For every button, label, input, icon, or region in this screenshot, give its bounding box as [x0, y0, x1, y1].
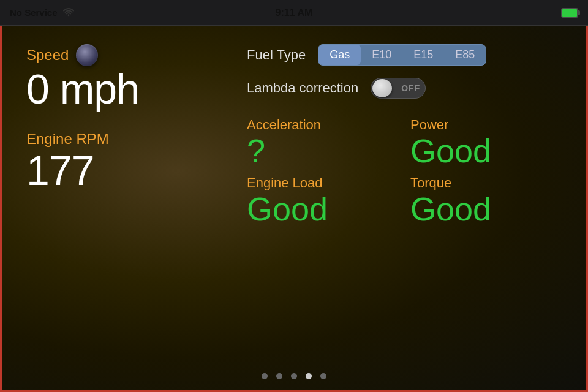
page-dots: [262, 373, 326, 379]
page-dot-1[interactable]: [262, 373, 268, 379]
fuel-type-selector: Gas E10 E15 E85: [318, 44, 486, 66]
power-label: Power: [410, 117, 562, 133]
left-panel: Speed 0 mph Engine RPM 177: [26, 44, 235, 353]
main-content: Speed 0 mph Engine RPM 177 Fuel Type Gas…: [2, 26, 586, 390]
fuel-type-label: Fuel Type: [247, 47, 306, 63]
toggle-knob: [372, 79, 392, 97]
fuel-btn-gas[interactable]: Gas: [318, 45, 361, 65]
speed-value: 0 mph: [26, 66, 235, 112]
battery-icon: [561, 8, 578, 18]
page-dot-2[interactable]: [276, 373, 282, 379]
carrier-text: No Service: [10, 7, 58, 18]
engine-load-label: Engine Load: [247, 175, 398, 191]
page-dot-4[interactable]: [306, 373, 312, 379]
stats-grid: Acceleration ? Power Good Engine Load Go…: [247, 117, 562, 228]
speed-knob[interactable]: [76, 44, 98, 66]
fuel-btn-e10[interactable]: E10: [361, 45, 402, 65]
rpm-label: Engine RPM: [26, 130, 235, 148]
fuel-btn-e15[interactable]: E15: [402, 45, 444, 65]
rpm-block: Engine RPM 177: [26, 130, 235, 194]
fuel-type-row: Fuel Type Gas E10 E15 E85: [247, 44, 562, 66]
lambda-toggle[interactable]: OFF: [371, 78, 426, 99]
power-value: Good: [410, 133, 562, 169]
torque-label: Torque: [410, 175, 562, 191]
speed-label: Speed: [26, 47, 69, 64]
speed-block: Speed 0 mph: [26, 44, 235, 112]
stat-acceleration: Acceleration ?: [247, 117, 398, 169]
speed-label-row: Speed: [26, 44, 235, 66]
carrier-area: No Service: [10, 7, 75, 18]
lambda-label: Lambda correction: [247, 80, 358, 96]
page-dot-3[interactable]: [291, 373, 297, 379]
wifi-icon: [62, 8, 75, 18]
engine-load-value: Good: [247, 191, 398, 227]
lambda-row: Lambda correction OFF: [247, 78, 562, 99]
stat-power: Power Good: [410, 117, 562, 169]
app-container: Speed 0 mph Engine RPM 177 Fuel Type Gas…: [0, 26, 588, 392]
fuel-btn-e85[interactable]: E85: [444, 45, 486, 65]
rpm-value: 177: [26, 148, 235, 194]
toggle-text: OFF: [401, 83, 420, 93]
acceleration-label: Acceleration: [247, 117, 398, 133]
right-panel: Fuel Type Gas E10 E15 E85 Lambda correct…: [235, 44, 562, 353]
acceleration-value: ?: [247, 133, 398, 169]
torque-value: Good: [410, 191, 562, 227]
status-bar: No Service 9:11 AM: [0, 0, 588, 26]
page-dot-5[interactable]: [320, 373, 326, 379]
status-time: 9:11 AM: [276, 7, 313, 18]
battery-area: [561, 8, 578, 18]
stat-engine-load: Engine Load Good: [247, 175, 398, 227]
stat-torque: Torque Good: [410, 175, 562, 227]
